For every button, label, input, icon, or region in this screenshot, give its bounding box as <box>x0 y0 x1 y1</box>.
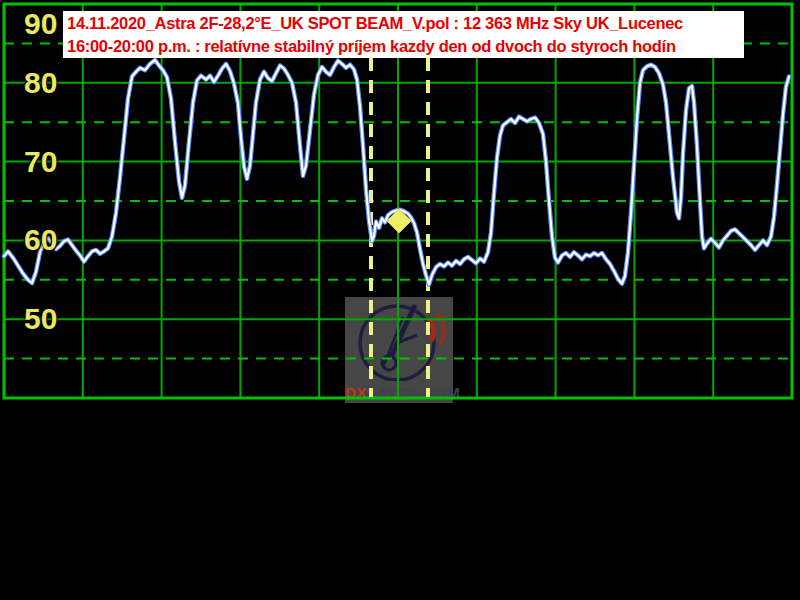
trace-glow <box>4 60 789 285</box>
y-axis-tick-label: 90 <box>24 7 57 41</box>
readings-panel: Pwr 72.5 dBµV ! C/N 8.0 dB 12363.0 MHz. … <box>0 404 800 600</box>
info-banner: 14.11.2020_Astra 2F-28,2°E_UK SPOT BEAM_… <box>63 11 744 58</box>
banner-line2: 16:00-20:00 p.m. : relatívne stabilný pr… <box>67 35 744 58</box>
spectrum-display: 9080706050 DXSATCS.COM 14.11.2020_Astra … <box>0 0 800 404</box>
y-axis-tick-label: 70 <box>24 145 57 179</box>
sat-meter-screen: 9080706050 DXSATCS.COM 14.11.2020_Astra … <box>0 0 800 600</box>
y-axis-tick-label: 80 <box>24 66 57 100</box>
banner-line1: 14.11.2020_Astra 2F-28,2°E_UK SPOT BEAM_… <box>67 12 744 35</box>
y-axis-tick-label: 60 <box>24 223 57 257</box>
y-axis-tick-label: 50 <box>24 302 57 336</box>
spectrum-plot <box>0 0 800 404</box>
